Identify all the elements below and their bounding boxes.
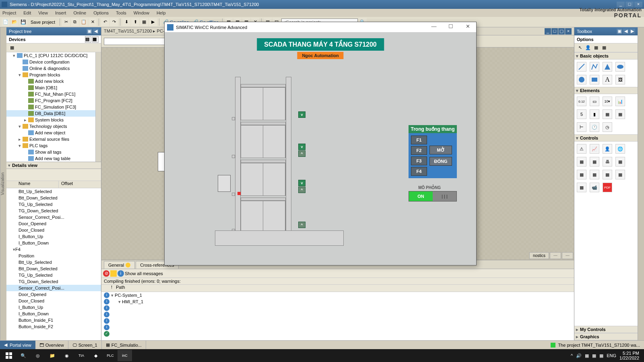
copy-icon[interactable]: ⧉: [71, 18, 79, 26]
warning-filter-icon[interactable]: [110, 270, 117, 277]
panel-pin-icon[interactable]: ▣: [87, 29, 92, 34]
ellipse-icon[interactable]: [615, 62, 625, 72]
ctrl-12[interactable]: ▦: [615, 170, 625, 179]
tree-item[interactable]: DB_Data [DB1]: [6, 110, 95, 117]
simulation-on-button[interactable]: ON: [409, 191, 433, 201]
rectangle-icon[interactable]: [590, 75, 599, 84]
detail-row[interactable]: Position: [6, 253, 101, 259]
tray-icon-1[interactable]: ▦: [585, 353, 589, 358]
network-icon[interactable]: ▦: [599, 353, 603, 358]
editor-max-icon[interactable]: ▢: [558, 28, 565, 35]
save-icon[interactable]: 💾: [19, 18, 27, 26]
chrome-icon[interactable]: ◉: [60, 350, 74, 361]
menu-project[interactable]: Project: [2, 10, 16, 15]
door-open-button[interactable]: MỞ: [429, 146, 452, 154]
file-explorer-icon[interactable]: 📁: [45, 350, 60, 361]
tree-item[interactable]: ▸System blocks: [6, 117, 95, 123]
toolbox-pin-icon[interactable]: ▣: [617, 29, 622, 34]
symbolic-io-icon[interactable]: 10▾: [603, 97, 612, 106]
tb-t-4[interactable]: ▦: [600, 44, 608, 52]
tree-item[interactable]: ▾PLC_1 [CPU 1212C DC/DC/DC]: [6, 52, 95, 59]
floor1-up-button[interactable]: ^: [298, 222, 305, 228]
minimize-button[interactable]: _: [617, 2, 625, 7]
polyline-icon[interactable]: [590, 62, 599, 72]
section-graphics[interactable]: ▸Graphics: [574, 333, 638, 340]
msg-row[interactable]: i: [101, 305, 574, 311]
tree-scrollbar[interactable]: [95, 52, 101, 162]
tab-screen-1[interactable]: 🖵 Screen_1: [68, 341, 102, 349]
side-tab-2[interactable]: ⋯: [550, 252, 561, 259]
tab-overview[interactable]: 🗔 Overview: [35, 341, 68, 349]
editor-close-icon[interactable]: ×: [565, 28, 572, 35]
menu-help[interactable]: Help: [157, 10, 166, 15]
panel-collapse-icon[interactable]: ◀: [93, 29, 99, 34]
tree-item[interactable]: Add new object: [6, 130, 95, 136]
line-icon[interactable]: [577, 62, 586, 72]
graphic-io-icon[interactable]: 📊: [615, 97, 625, 106]
menu-tools[interactable]: Tools: [116, 10, 126, 15]
download-icon[interactable]: ⬆: [131, 18, 139, 26]
trend-icon[interactable]: 📈: [590, 144, 599, 154]
view-list-icon[interactable]: ▤: [85, 36, 91, 43]
right-collapse-strip[interactable]: [638, 27, 644, 340]
detail-row[interactable]: Btt_Up_Selected: [6, 259, 101, 265]
search-taskbar-icon[interactable]: 🔍: [16, 350, 31, 361]
recipe-icon[interactable]: ▦: [577, 157, 586, 167]
section-my-controls[interactable]: ▸My Controls: [574, 326, 638, 333]
circle-icon[interactable]: [577, 75, 586, 84]
msg-row[interactable]: i▾ HMI_RT_1: [101, 298, 574, 305]
section-elements[interactable]: ▾Elements: [574, 87, 638, 94]
runtime-close-button[interactable]: ✕: [462, 23, 474, 31]
editor-restore-icon[interactable]: □: [551, 28, 558, 35]
switch-icon[interactable]: ▦: [603, 109, 612, 119]
tree-item[interactable]: Add new tag table: [6, 155, 95, 162]
alarm-icon[interactable]: ⚠: [577, 144, 586, 154]
undo-icon[interactable]: ↶: [101, 18, 109, 26]
show-all-messages[interactable]: Show all messages: [125, 271, 163, 276]
detail-row[interactable]: ▾ F4: [6, 246, 101, 253]
detail-row[interactable]: I_Button_Down: [6, 240, 101, 246]
runtime-maximize-button[interactable]: ☐: [445, 23, 457, 31]
tree-item[interactable]: ▸External source files: [6, 136, 95, 142]
tb-t-2[interactable]: 👤: [584, 44, 592, 52]
io-field-icon[interactable]: 0.12: [577, 97, 586, 106]
tree-item[interactable]: ▾Technology objects: [6, 123, 95, 130]
save-project-button[interactable]: Save project: [28, 20, 58, 25]
diagnostics-tab[interactable]: nostics: [529, 252, 549, 259]
menu-options[interactable]: Options: [93, 10, 109, 15]
toolbox-nav-icon[interactable]: ◀: [623, 29, 629, 34]
ctrl-10[interactable]: ▦: [590, 170, 599, 179]
runtime-titlebar[interactable]: SIMATIC WinCC Runtime Advanced — ☐ ✕: [165, 22, 476, 33]
user-icon[interactable]: 👤: [603, 144, 612, 154]
editor-minimize-icon[interactable]: _: [545, 28, 551, 35]
portal-view-button[interactable]: ◀ Portal view: [0, 341, 35, 349]
detail-row[interactable]: Sensor_Correct_Posi...: [6, 214, 101, 220]
view-grid-icon[interactable]: ▦: [92, 36, 99, 43]
symbol-lib-icon[interactable]: ▦: [615, 109, 625, 119]
left-collapse-strip[interactable]: Visualization: [0, 27, 6, 340]
bar-icon[interactable]: ▮: [590, 109, 599, 119]
detail-row[interactable]: Door_Opened: [6, 220, 101, 227]
camera-icon[interactable]: 📹: [590, 183, 599, 192]
detail-row[interactable]: TG_Down_Selected: [6, 278, 101, 285]
detail-row[interactable]: Door_Opened: [6, 291, 101, 298]
msg-row[interactable]: i: [101, 311, 574, 318]
cabin-f2-button[interactable]: F2: [411, 146, 427, 155]
detail-row[interactable]: TG_Up_Selected: [6, 272, 101, 278]
upload-icon[interactable]: ▦: [140, 18, 148, 26]
section-controls[interactable]: ▾Controls: [574, 134, 638, 142]
compile-icon[interactable]: ⬇: [122, 18, 130, 26]
toolbox-nav2-icon[interactable]: ▶: [630, 29, 635, 34]
simulate-icon[interactable]: ▶: [149, 18, 157, 26]
menu-insert[interactable]: Insert: [55, 10, 66, 15]
msg-row[interactable]: ✓: [101, 331, 574, 337]
delete-icon[interactable]: ✕: [89, 18, 97, 26]
tree-item[interactable]: Main [OB1]: [6, 84, 95, 91]
slider-icon[interactable]: ⊢: [577, 122, 586, 132]
datetime-icon[interactable]: 5: [577, 109, 586, 119]
floor3-down-button[interactable]: v: [298, 144, 305, 150]
detail-row[interactable]: TG_Up_Selected: [6, 201, 101, 208]
detail-row[interactable]: Btt_Down_Selected: [6, 265, 101, 272]
menu-view[interactable]: View: [38, 10, 48, 15]
tree-item[interactable]: ▾PLC tags: [6, 142, 95, 149]
